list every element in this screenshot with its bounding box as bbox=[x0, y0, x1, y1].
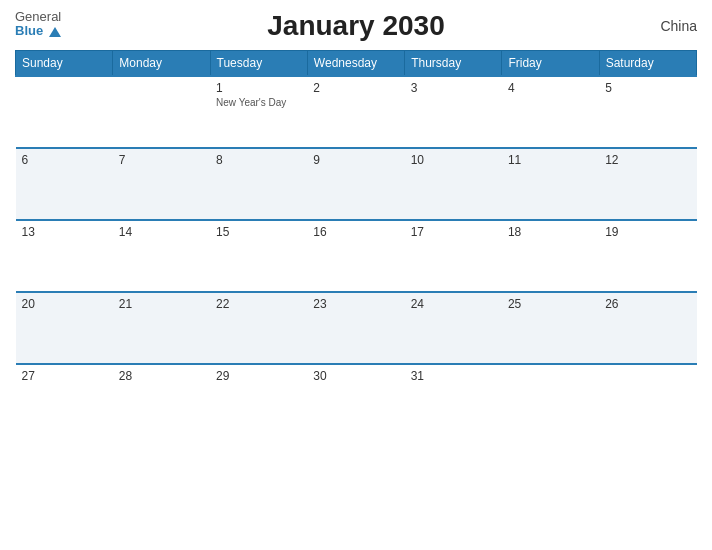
weekday-header-wednesday: Wednesday bbox=[307, 51, 404, 77]
day-number: 13 bbox=[22, 225, 107, 239]
calendar-day-cell: 21 bbox=[113, 292, 210, 364]
calendar-day-cell: 26 bbox=[599, 292, 696, 364]
day-number: 26 bbox=[605, 297, 690, 311]
calendar-day-cell: 4 bbox=[502, 76, 599, 148]
logo-triangle-icon bbox=[49, 27, 61, 37]
weekday-header-tuesday: Tuesday bbox=[210, 51, 307, 77]
day-number: 23 bbox=[313, 297, 398, 311]
calendar-table: SundayMondayTuesdayWednesdayThursdayFrid… bbox=[15, 50, 697, 436]
day-number: 21 bbox=[119, 297, 204, 311]
day-number: 20 bbox=[22, 297, 107, 311]
day-number: 18 bbox=[508, 225, 593, 239]
day-number: 25 bbox=[508, 297, 593, 311]
day-number: 6 bbox=[22, 153, 107, 167]
calendar-day-cell: 23 bbox=[307, 292, 404, 364]
calendar-day-cell: 25 bbox=[502, 292, 599, 364]
calendar-day-cell: 8 bbox=[210, 148, 307, 220]
day-number: 16 bbox=[313, 225, 398, 239]
weekday-header-friday: Friday bbox=[502, 51, 599, 77]
calendar-day-cell bbox=[113, 76, 210, 148]
calendar-day-cell: 9 bbox=[307, 148, 404, 220]
calendar-day-cell: 31 bbox=[405, 364, 502, 436]
country-label: China bbox=[660, 18, 697, 34]
day-number: 24 bbox=[411, 297, 496, 311]
day-number: 2 bbox=[313, 81, 398, 95]
calendar-day-cell: 7 bbox=[113, 148, 210, 220]
calendar-day-cell: 1New Year's Day bbox=[210, 76, 307, 148]
calendar-week-row: 1New Year's Day2345 bbox=[16, 76, 697, 148]
day-number: 8 bbox=[216, 153, 301, 167]
weekday-header-saturday: Saturday bbox=[599, 51, 696, 77]
calendar-day-cell: 2 bbox=[307, 76, 404, 148]
calendar-day-cell: 30 bbox=[307, 364, 404, 436]
calendar-week-row: 20212223242526 bbox=[16, 292, 697, 364]
logo-blue-label: Blue bbox=[15, 23, 43, 38]
calendar-day-cell bbox=[16, 76, 113, 148]
logo-general-text: General bbox=[15, 10, 61, 24]
day-number: 1 bbox=[216, 81, 301, 95]
day-number: 22 bbox=[216, 297, 301, 311]
calendar-day-cell: 15 bbox=[210, 220, 307, 292]
calendar-day-cell: 12 bbox=[599, 148, 696, 220]
calendar-day-cell: 6 bbox=[16, 148, 113, 220]
day-number: 14 bbox=[119, 225, 204, 239]
calendar-day-cell bbox=[502, 364, 599, 436]
weekday-header-row: SundayMondayTuesdayWednesdayThursdayFrid… bbox=[16, 51, 697, 77]
calendar-day-cell bbox=[599, 364, 696, 436]
day-number: 30 bbox=[313, 369, 398, 383]
calendar-day-cell: 10 bbox=[405, 148, 502, 220]
day-number: 15 bbox=[216, 225, 301, 239]
day-number: 9 bbox=[313, 153, 398, 167]
day-number: 31 bbox=[411, 369, 496, 383]
calendar-day-cell: 20 bbox=[16, 292, 113, 364]
day-number: 7 bbox=[119, 153, 204, 167]
day-number: 4 bbox=[508, 81, 593, 95]
calendar-day-cell: 13 bbox=[16, 220, 113, 292]
weekday-header-thursday: Thursday bbox=[405, 51, 502, 77]
calendar-day-cell: 19 bbox=[599, 220, 696, 292]
calendar-day-cell: 27 bbox=[16, 364, 113, 436]
calendar-day-cell: 29 bbox=[210, 364, 307, 436]
day-number: 29 bbox=[216, 369, 301, 383]
calendar-header: General Blue January 2030 China bbox=[15, 10, 697, 42]
calendar-day-cell: 16 bbox=[307, 220, 404, 292]
day-number: 17 bbox=[411, 225, 496, 239]
calendar-week-row: 6789101112 bbox=[16, 148, 697, 220]
day-number: 28 bbox=[119, 369, 204, 383]
calendar-day-cell: 3 bbox=[405, 76, 502, 148]
weekday-header-monday: Monday bbox=[113, 51, 210, 77]
day-number: 27 bbox=[22, 369, 107, 383]
calendar-week-row: 2728293031 bbox=[16, 364, 697, 436]
day-number: 19 bbox=[605, 225, 690, 239]
calendar-day-cell: 17 bbox=[405, 220, 502, 292]
calendar-day-cell: 14 bbox=[113, 220, 210, 292]
calendar-day-cell: 22 bbox=[210, 292, 307, 364]
calendar-day-cell: 5 bbox=[599, 76, 696, 148]
calendar-day-cell: 24 bbox=[405, 292, 502, 364]
calendar-week-row: 13141516171819 bbox=[16, 220, 697, 292]
weekday-header-sunday: Sunday bbox=[16, 51, 113, 77]
day-number: 11 bbox=[508, 153, 593, 167]
calendar-day-cell: 28 bbox=[113, 364, 210, 436]
day-number: 3 bbox=[411, 81, 496, 95]
calendar-container: General Blue January 2030 China SundayMo… bbox=[0, 0, 712, 550]
logo: General Blue bbox=[15, 10, 61, 39]
holiday-label: New Year's Day bbox=[216, 97, 301, 108]
day-number: 10 bbox=[411, 153, 496, 167]
day-number: 5 bbox=[605, 81, 690, 95]
calendar-title: January 2030 bbox=[267, 10, 444, 42]
calendar-day-cell: 11 bbox=[502, 148, 599, 220]
calendar-day-cell: 18 bbox=[502, 220, 599, 292]
logo-blue-text: Blue bbox=[15, 24, 61, 38]
day-number: 12 bbox=[605, 153, 690, 167]
